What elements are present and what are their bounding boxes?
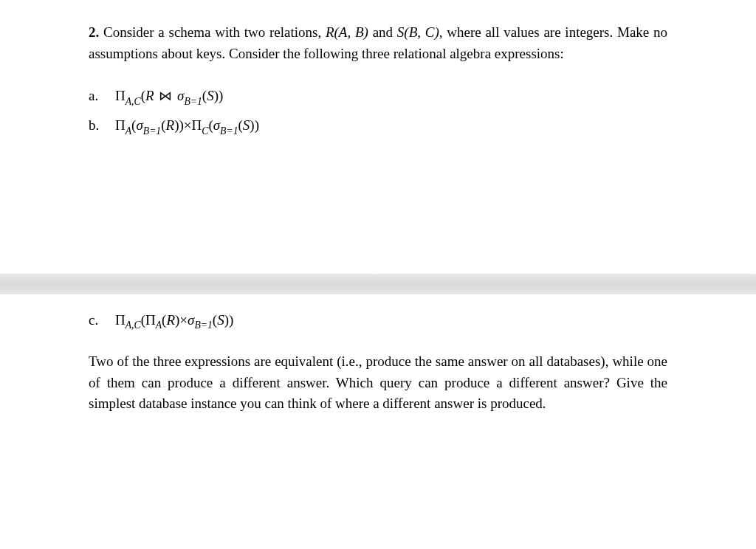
- pi-symbol: Π: [115, 312, 126, 328]
- expr-b-math: ΠA(σB=1(R))×ΠC(σB=1(S)): [115, 117, 259, 137]
- expression-a: a. ΠA,C(R ⋈ σB=1(S)): [89, 88, 667, 107]
- sigma-subscript: B=1: [184, 96, 202, 107]
- sigma-subscript: B=1: [143, 125, 161, 137]
- pi-symbol: Π: [145, 312, 156, 328]
- pi-subscript: A: [156, 320, 162, 331]
- sigma-symbol: σ: [213, 117, 220, 133]
- s-var: S: [217, 312, 224, 328]
- lower-section: c. ΠA,C(ΠA(R)×σB=1(S)) Two of the three …: [89, 312, 667, 415]
- paren-close: ): [229, 312, 233, 328]
- expressions-block: a. ΠA,C(R ⋈ σB=1(S)) b. ΠA(σB=1(R))×ΠC(σ…: [89, 88, 667, 137]
- pi-subscript: A,C: [126, 320, 141, 331]
- relation-s: S(B, C): [397, 24, 439, 40]
- intro-text-2: and: [368, 24, 397, 40]
- pi-subscript: A,C: [126, 96, 141, 107]
- times-symbol: ×: [184, 117, 192, 133]
- pi-subscript: A: [126, 125, 131, 137]
- times-symbol: ×: [179, 312, 188, 328]
- join-symbol: ⋈: [159, 88, 172, 104]
- s-var: S: [243, 117, 250, 133]
- sigma-symbol: σ: [136, 117, 142, 133]
- question-number: 2.: [89, 24, 99, 40]
- r-var: R: [145, 88, 154, 103]
- pi-subscript: C: [202, 125, 208, 137]
- grey-divider-band: [0, 274, 756, 294]
- sigma-symbol: σ: [188, 312, 194, 328]
- expression-c: c. ΠA,C(ΠA(R)×σB=1(S)): [89, 312, 667, 331]
- r-var: R: [166, 117, 175, 133]
- sigma-subscript: B=1: [220, 125, 238, 137]
- pi-symbol: Π: [115, 88, 126, 103]
- intro-text-1: Consider a schema with two relations,: [103, 24, 326, 40]
- expr-a-label: a.: [89, 88, 103, 104]
- r-var: R: [166, 312, 175, 328]
- paren-close: ): [255, 117, 259, 133]
- expr-a-math: ΠA,C(R ⋈ σB=1(S)): [115, 88, 223, 107]
- sigma-subscript: B=1: [194, 320, 212, 331]
- pi-symbol: Π: [192, 117, 202, 133]
- conclusion-text: Two of the three expressions are equival…: [89, 351, 667, 415]
- expr-c-math: ΠA,C(ΠA(R)×σB=1(S)): [115, 312, 233, 331]
- pi-symbol: Π: [115, 117, 126, 133]
- paren-close: ): [219, 88, 223, 103]
- relation-r: R(A, B): [326, 24, 368, 40]
- document-content: 2. Consider a schema with two relations,…: [0, 0, 756, 437]
- expr-c-label: c.: [89, 312, 103, 328]
- s-var: S: [207, 88, 214, 103]
- expression-b: b. ΠA(σB=1(R))×ΠC(σB=1(S)): [89, 117, 667, 137]
- question-intro: 2. Consider a schema with two relations,…: [89, 22, 667, 64]
- expr-b-label: b.: [89, 117, 103, 134]
